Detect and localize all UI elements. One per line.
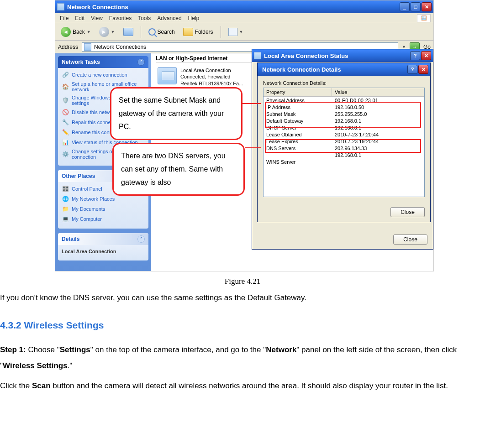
status-icon: 📊 [62,139,69,146]
connection-icon: 🔗 [62,71,69,78]
collapse-icon: ˄ [137,58,145,66]
views-icon [228,28,237,36]
main-title: Network Connections [67,4,400,10]
menu-tools[interactable]: Tools [138,15,151,21]
menu-advanced[interactable]: Advanced [157,15,181,21]
annotation-callout-subnet: Set the same Subnet Mask and gateway of … [110,87,242,140]
folders-button[interactable]: Folders [180,27,216,37]
menu-file[interactable]: File [60,15,69,21]
row-property: Lease Expires [264,138,332,145]
sidebar-item-docs[interactable]: 📁My Documents [61,204,146,214]
forward-button[interactable]: ► ▼ [96,26,118,38]
menu-edit[interactable]: Edit [75,15,84,21]
views-button[interactable]: ▼ [226,27,246,37]
menubar: File Edit View Favorites Tools Advanced … [55,13,433,23]
row-property: Lease Obtained [264,131,332,138]
close-button[interactable]: ✕ [418,65,428,74]
col-value: Value [332,88,424,96]
row-property: Default Gateway [264,117,332,124]
help-button[interactable]: ? [410,51,420,60]
chevron-down-icon[interactable]: ▼ [402,45,406,49]
network-tasks-header[interactable]: Network Tasks ˄ [58,56,148,68]
chevron-down-icon: ▼ [87,30,91,34]
network-icon [84,43,91,51]
details-row: DNS Servers202.96.134.33 [264,145,424,151]
details-window: Network Connection Details ? ✕ Network C… [257,63,431,222]
lan-connection-item[interactable]: Local Area Connection Connected, Firewal… [158,67,243,87]
toolbar: ◄ Back ▼ ► ▼ Search Folders [55,23,433,41]
details-row: WINS Server [264,158,424,165]
network-icon [254,52,261,59]
back-arrow-icon: ◄ [61,27,71,37]
document-body: Figure 4.21 If you don't know the DNS se… [0,271,485,403]
close-button[interactable]: ✕ [422,2,432,11]
details-label: Network Connection Details: [263,80,425,86]
network-places-icon: 🌐 [62,195,69,203]
sidebar-item-create[interactable]: 🔗Create a new connection [61,70,146,80]
help-button[interactable]: ? [407,65,417,74]
row-value: 00-E0-D0-00-23-01 [332,97,424,104]
details-panel: Details ˄ Local Area Connection [58,233,148,260]
disable-icon: 🚫 [62,109,69,116]
lan-connection-icon [158,67,177,84]
search-button[interactable]: Search [146,27,178,36]
menu-help[interactable]: Help [188,15,200,21]
details-row: 192.168.0.1 [264,151,424,158]
section-heading: 4.3.2 Wireless Settings [0,320,485,331]
computer-icon: 💻 [62,215,69,223]
details-header[interactable]: Details ˄ [58,233,148,245]
row-value [332,158,424,165]
figure-caption: Figure 4.21 [0,277,485,286]
documents-icon: 📁 [62,205,69,213]
search-icon [148,28,156,36]
folder-up-icon [123,28,133,36]
menu-view[interactable]: View [91,15,103,21]
up-button[interactable] [121,27,136,37]
back-button[interactable]: ◄ Back ▼ [58,26,94,38]
folders-icon [183,28,193,36]
col-property: Property [264,88,332,96]
row-property: DHCP Server [264,124,332,131]
row-value: 2010-7-23 17:20:44 [332,131,424,138]
menu-favorites[interactable]: Favorites [109,15,132,21]
collapse-icon: ˄ [137,235,145,243]
details-list: Property Value Physical Address00-E0-D0-… [263,88,425,197]
forward-arrow-icon: ► [99,27,109,37]
main-titlebar[interactable]: Network Connections _ □ ✕ [55,0,433,13]
scan-paragraph: Click the Scan button and the camera wil… [0,378,485,394]
details-row: Physical Address00-E0-D0-00-23-01 [264,97,424,104]
details-row: DHCP Server192.168.0.1 [264,124,424,131]
step1-paragraph: Step 1: Choose "Settings" on the top of … [0,342,485,374]
details-row: Default Gateway192.168.0.1 [264,117,424,124]
chevron-down-icon: ▼ [111,30,115,34]
annotation-connector [242,103,261,104]
annotation-connector [245,147,261,148]
address-label: Address [58,44,78,50]
status-title: Local Area Connection Status [264,52,410,59]
sidebar-item-mypc[interactable]: 💻My Computer [61,214,146,224]
row-property: Physical Address [264,97,332,104]
close-button[interactable]: Close [393,234,427,245]
lan-group-header: LAN or High-Speed Internet [156,55,227,62]
minimize-button[interactable]: _ [400,2,410,11]
row-value: 202.96.134.33 [332,145,424,151]
row-property: IP Address [264,104,332,110]
row-property: DNS Servers [264,145,332,151]
maximize-button[interactable]: □ [411,2,421,11]
details-row: IP Address192.168.0.50 [264,104,424,110]
rename-icon: ✏️ [62,129,69,136]
status-titlebar[interactable]: Local Area Connection Status ? ✕ [252,49,433,62]
details-row: Lease Expires2010-7-23 19:20:44 [264,138,424,145]
row-value: 192.168.0.1 [332,124,424,131]
row-value: 2010-7-23 19:20:44 [332,138,424,145]
details-titlebar[interactable]: Network Connection Details ? ✕ [258,63,430,76]
details-content: Local Area Connection [61,247,146,256]
close-button[interactable]: Close [390,207,425,217]
annotation-callout-dns: There are two DNS servers, you can set a… [112,143,245,196]
row-value: 255.255.255.0 [332,110,424,117]
row-property: Subnet Mask [264,110,332,117]
settings-icon: ⚙️ [62,151,69,158]
close-button[interactable]: ✕ [421,51,431,60]
row-value: 192.168.0.50 [332,104,424,110]
details-title: Network Connection Details [262,66,407,73]
